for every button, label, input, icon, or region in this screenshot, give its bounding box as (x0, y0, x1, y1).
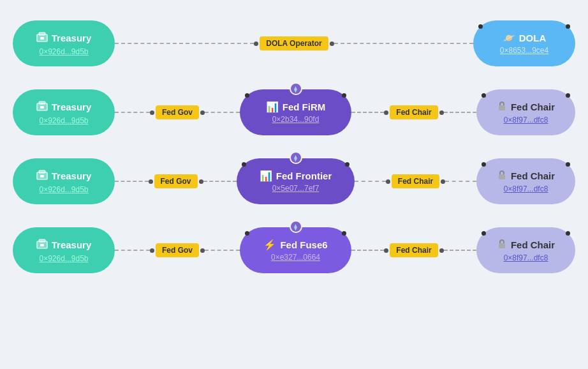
connector-dot-right (200, 248, 205, 253)
connector-label: Fed Chair (392, 174, 439, 188)
node-icon (497, 239, 507, 252)
node-title: Fed Fuse6 (280, 239, 327, 250)
node-treasury[interactable]: Treasury0×926d...9d5b (13, 227, 115, 273)
corner-dot-tl (245, 93, 249, 98)
connector-wrapper: Fed Gov (115, 174, 237, 188)
flow-row-row-fuse: Treasury0×926d...9d5bFed Gov⧫⚡Fed Fuse60… (13, 218, 575, 282)
node-title-row: Treasury (36, 238, 92, 252)
connector-dot-left (386, 179, 390, 184)
node-treasury[interactable]: Treasury0×926d...9d5b (13, 20, 115, 66)
corner-dot-tl (242, 162, 246, 167)
node-icon: ⚡ (263, 239, 276, 251)
corner-dot-tr (566, 93, 570, 98)
node-icon (497, 101, 507, 114)
eth-badge: ⧫ (290, 151, 302, 164)
connector-label: DOLA Operator (260, 36, 328, 50)
connector-line-right (444, 250, 476, 251)
node-icon (36, 100, 48, 114)
node-title-row: 📊Fed FiRM (266, 101, 326, 113)
corner-dot-tl (481, 162, 486, 167)
node-icon: 📊 (260, 170, 272, 182)
svg-rect-6 (499, 105, 505, 110)
connector-wrapper: DOLA Operator (115, 36, 473, 50)
node-title: Fed FiRM (283, 102, 326, 112)
connector-label: Fed Gov (156, 105, 199, 119)
connector-dot-right (199, 179, 203, 184)
eth-badge: ⧫ (290, 220, 302, 233)
node-title-row: Treasury (36, 169, 92, 183)
node-icon: 📊 (266, 101, 279, 113)
node-treasury[interactable]: Treasury0×926d...9d5b (13, 89, 115, 135)
node-address[interactable]: 0×926d...9d5b (39, 116, 88, 125)
node-address[interactable]: 0×926d...9d5b (39, 47, 88, 56)
svg-rect-4 (39, 102, 45, 104)
node-address[interactable]: 0×8f97...dfc8 (504, 184, 548, 193)
corner-dot-tl (481, 93, 486, 98)
connector-dot-left (149, 179, 153, 184)
connector-line-right (444, 112, 476, 113)
node-address[interactable]: 0×8653...9ce4 (500, 46, 548, 55)
connector-line-right (203, 181, 237, 182)
svg-rect-2 (40, 37, 44, 40)
svg-rect-1 (39, 33, 45, 35)
connector-dot-left (384, 110, 388, 115)
node-fedchair[interactable]: Fed Chair0×8f97...dfc8 (476, 89, 575, 135)
connector-wrapper: Fed Gov (115, 105, 240, 119)
node-title: Fed Chair (511, 170, 555, 181)
node-treasury[interactable]: Treasury0×926d...9d5b (13, 158, 115, 204)
node-address[interactable]: 0×2b34...90fd (272, 115, 320, 124)
node-title: Treasury (52, 239, 92, 250)
node-address[interactable]: 0×926d...9d5b (39, 185, 88, 194)
connector-label: Fed Gov (154, 174, 198, 188)
connector-dot-left (254, 41, 258, 46)
corner-dot-tr (342, 231, 346, 236)
node-firm[interactable]: ⧫📊Fed FiRM0×2b34...90fd (240, 89, 351, 135)
corner-dot-tr (566, 162, 570, 167)
flow-row-row-frontier: Treasury0×926d...9d5bFed Gov⧫📊Fed Fronti… (13, 149, 575, 213)
node-title: Treasury (52, 102, 92, 112)
node-title-row: Treasury (36, 31, 92, 45)
node-address[interactable]: 0×8f97...dfc8 (504, 116, 548, 124)
node-icon (36, 31, 48, 45)
connector-wrapper: Fed Chair (355, 174, 476, 188)
node-title-row: ⚡Fed Fuse6 (263, 239, 327, 251)
node-address[interactable]: 0×8f97...dfc8 (504, 253, 548, 262)
node-title: Treasury (52, 170, 92, 181)
connector-label: Fed Chair (390, 105, 437, 119)
connector-dot-left (150, 248, 154, 253)
svg-rect-9 (40, 175, 44, 177)
svg-rect-13 (40, 244, 44, 246)
node-address[interactable]: 0×5e07...7ef7 (272, 184, 320, 193)
node-fuse[interactable]: ⧫⚡Fed Fuse60×e327...0664 (240, 227, 351, 273)
node-fedchair[interactable]: Fed Chair0×8f97...dfc8 (476, 227, 575, 273)
connector-line-left (115, 181, 149, 182)
connector-line-left (115, 112, 150, 113)
node-title-row: 📊Fed Frontier (260, 170, 332, 182)
svg-rect-12 (39, 239, 45, 242)
node-address[interactable]: 0×e327...0664 (271, 253, 320, 262)
node-title: DOLA (519, 33, 547, 43)
node-frontier[interactable]: ⧫📊Fed Frontier0×5e07...7ef7 (237, 158, 355, 204)
connector-line-right (205, 250, 240, 251)
node-title: Fed Chair (511, 102, 555, 112)
node-title-row: Treasury (36, 100, 92, 114)
connector-line-left (115, 250, 150, 251)
connector-dot-right (330, 41, 334, 46)
corner-dot-tl (245, 231, 249, 236)
node-fedchair[interactable]: Fed Chair0×8f97...dfc8 (476, 158, 575, 204)
flow-row-row-firm: Treasury0×926d...9d5bFed Gov⧫📊Fed FiRM0×… (13, 80, 575, 144)
corner-dot-tr (342, 93, 346, 98)
connector-dot-right (439, 248, 444, 253)
node-title: Fed Chair (511, 239, 555, 250)
node-title: Fed Frontier (276, 170, 332, 181)
connector-label: Fed Chair (390, 243, 437, 257)
connector-dot-right (441, 179, 445, 184)
svg-rect-14 (499, 243, 505, 248)
node-address[interactable]: 0×926d...9d5b (39, 254, 88, 263)
node-icon (36, 169, 48, 183)
node-dola[interactable]: 🪐DOLA0×8653...9ce4 (473, 20, 575, 66)
node-title-row: Fed Chair (497, 239, 555, 252)
eth-badge: ⧫ (290, 82, 302, 95)
corner-dot-tr (345, 162, 349, 167)
connector-line-right (205, 112, 240, 113)
